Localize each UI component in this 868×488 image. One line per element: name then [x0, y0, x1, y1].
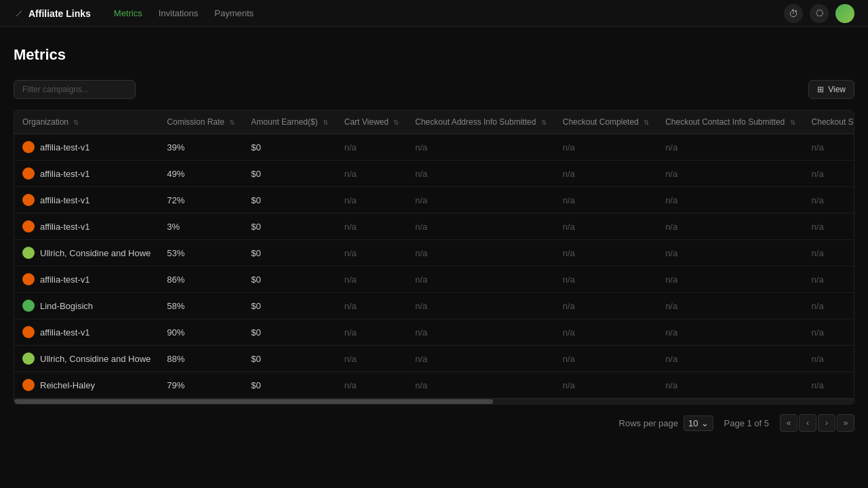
cell-amount: $0: [243, 319, 336, 346]
table-header-row: Organization ⇅ Comission Rate ⇅ Amount E…: [14, 110, 854, 134]
table-row: Reichel-Haley79%$0n/an/an/an/an/a: [14, 372, 854, 399]
nav-item-payments[interactable]: Payments: [208, 5, 260, 21]
org-name: affilia-test-v1: [40, 327, 90, 338]
org-name: Ullrich, Considine and Howe: [40, 248, 151, 258]
header-actions: ⏱ ⎔: [784, 4, 854, 23]
cell-checkout_complete: n/a: [555, 372, 657, 399]
cell-checkout_complete: n/a: [555, 319, 657, 346]
cell-checkout_shipping: n/a: [804, 214, 854, 240]
prev-page-button[interactable]: ‹: [799, 414, 816, 432]
last-page-button[interactable]: »: [837, 414, 854, 432]
cell-commission: 3%: [159, 214, 243, 240]
cell-cart: n/a: [336, 240, 408, 266]
cell-amount: $0: [243, 293, 336, 319]
cell-checkout_addr: n/a: [407, 134, 554, 161]
cell-checkout_contact: n/a: [657, 161, 803, 187]
cell-commission: 58%: [159, 293, 243, 319]
cell-commission: 88%: [159, 346, 243, 372]
horizontal-scrollbar[interactable]: [14, 399, 854, 404]
cell-cart: n/a: [336, 214, 408, 240]
cell-amount: $0: [243, 187, 336, 214]
cell-checkout_contact: n/a: [657, 240, 803, 266]
timer-icon-button[interactable]: ⏱: [784, 4, 803, 23]
cell-org: affilia-test-v1: [14, 266, 159, 293]
cell-checkout_addr: n/a: [407, 266, 554, 293]
cell-cart: n/a: [336, 187, 408, 214]
cell-org: affilia-test-v1: [14, 187, 159, 214]
cell-checkout_complete: n/a: [555, 240, 657, 266]
org-dot: [22, 220, 35, 232]
cell-amount: $0: [243, 372, 336, 399]
table-row: affilia-test-v172%$0n/an/an/an/an/a: [14, 187, 854, 214]
cell-cart: n/a: [336, 319, 408, 346]
col-amount[interactable]: Amount Earned($) ⇅: [243, 110, 336, 134]
discord-icon-button[interactable]: ⎔: [810, 4, 829, 23]
discord-icon: ⎔: [816, 8, 823, 18]
table-row: affilia-test-v149%$0n/an/an/an/an/a: [14, 161, 854, 187]
rows-per-page-select[interactable]: 10 ⌄: [684, 415, 713, 431]
scrollbar-thumb[interactable]: [14, 399, 493, 404]
col-org[interactable]: Organization ⇅: [14, 110, 159, 134]
cell-checkout_contact: n/a: [657, 214, 803, 240]
org-name: Lind-Bogisich: [40, 301, 93, 311]
cell-checkout_contact: n/a: [657, 266, 803, 293]
org-dot: [22, 194, 35, 206]
org-dot: [22, 326, 35, 338]
cell-checkout_shipping: n/a: [804, 240, 854, 266]
next-page-button[interactable]: ›: [818, 414, 835, 432]
col-checkout-addr[interactable]: Checkout Address Info Submitted ⇅: [407, 110, 554, 134]
cell-checkout_addr: n/a: [407, 293, 554, 319]
toolbar: ⊞ View: [14, 80, 854, 99]
page-title: Metrics: [14, 46, 854, 64]
avatar[interactable]: [835, 4, 854, 23]
cell-commission: 86%: [159, 266, 243, 293]
table-row: Ullrich, Considine and Howe88%$0n/an/an/…: [14, 346, 854, 372]
col-checkout-contact[interactable]: Checkout Contact Info Submitted ⇅: [657, 110, 803, 134]
cell-checkout_contact: n/a: [657, 293, 803, 319]
metrics-table: Organization ⇅ Comission Rate ⇅ Amount E…: [14, 110, 854, 399]
cell-checkout_complete: n/a: [555, 161, 657, 187]
rows-per-page: Rows per page 10 ⌄: [619, 415, 713, 431]
cell-org: affilia-test-v1: [14, 134, 159, 161]
cell-amount: $0: [243, 346, 336, 372]
table-row: Ullrich, Considine and Howe53%$0n/an/an/…: [14, 240, 854, 266]
cell-checkout_complete: n/a: [555, 293, 657, 319]
cell-amount: $0: [243, 214, 336, 240]
org-name: Ullrich, Considine and Howe: [40, 354, 151, 364]
pagination-bar: Rows per page 10 ⌄ Page 1 of 5 « ‹ › »: [14, 405, 854, 432]
cell-checkout_shipping: n/a: [804, 187, 854, 214]
cell-cart: n/a: [336, 161, 408, 187]
nav-item-invitations[interactable]: Invitations: [152, 5, 205, 21]
nav-item-metrics[interactable]: Metrics: [107, 5, 149, 21]
logo[interactable]: ⟋ Affiliate Links: [14, 7, 91, 20]
main-nav: Metrics Invitations Payments: [107, 5, 784, 21]
cell-checkout_complete: n/a: [555, 214, 657, 240]
cell-checkout_shipping: n/a: [804, 134, 854, 161]
cell-commission: 49%: [159, 161, 243, 187]
sort-icon-amount: ⇅: [323, 119, 328, 126]
cell-checkout_shipping: n/a: [804, 319, 854, 346]
sort-icon-checkout-contact: ⇅: [790, 119, 795, 126]
cell-cart: n/a: [336, 346, 408, 372]
cell-checkout_contact: n/a: [657, 372, 803, 399]
cell-org: Reichel-Haley: [14, 372, 159, 399]
col-commission[interactable]: Comission Rate ⇅: [159, 110, 243, 134]
col-checkout-complete[interactable]: Checkout Completed ⇅: [555, 110, 657, 134]
cell-checkout_contact: n/a: [657, 319, 803, 346]
table-row: affilia-test-v139%$0n/an/an/an/an/a: [14, 134, 854, 161]
first-page-button[interactable]: «: [780, 414, 797, 432]
filter-input[interactable]: [14, 80, 136, 99]
cell-commission: 39%: [159, 134, 243, 161]
cell-cart: n/a: [336, 293, 408, 319]
rows-per-page-value: 10: [688, 418, 698, 428]
cell-amount: $0: [243, 240, 336, 266]
sort-icon-org: ⇅: [73, 119, 79, 126]
col-cart[interactable]: Cart Viewed ⇅: [336, 110, 408, 134]
cell-checkout_complete: n/a: [555, 346, 657, 372]
view-button[interactable]: ⊞ View: [808, 80, 854, 99]
cell-checkout_complete: n/a: [555, 266, 657, 293]
cell-checkout_contact: n/a: [657, 134, 803, 161]
table-row: affilia-test-v190%$0n/an/an/an/an/a: [14, 319, 854, 346]
col-checkout-shipping[interactable]: Checkout Shipping Info Submitted ⇅: [804, 110, 854, 134]
org-dot: [22, 141, 35, 153]
